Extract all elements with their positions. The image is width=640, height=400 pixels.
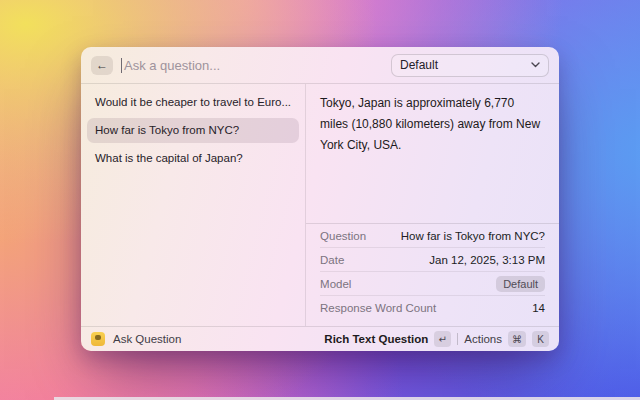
metadata-row-question: Question How far is Tokyo from NYC? <box>320 224 545 248</box>
question-list-item[interactable]: What is the capital of Japan? <box>87 146 299 171</box>
model-dropdown-value: Default <box>400 58 438 72</box>
footer-divider <box>457 333 458 345</box>
metadata-label: Question <box>320 230 366 242</box>
metadata-label: Date <box>320 254 344 266</box>
back-button[interactable]: ← <box>91 56 113 75</box>
question-list: Would it be cheaper to travel to Euro...… <box>81 84 306 326</box>
rich-text-question-button[interactable]: Rich Text Question <box>324 333 428 345</box>
search-placeholder: Ask a question... <box>124 58 220 73</box>
metadata-label: Response Word Count <box>320 302 436 314</box>
action-bar-right: Rich Text Question ↵ Actions ⌘ K <box>324 331 549 347</box>
app-icon-face <box>95 335 101 340</box>
metadata-row-model: Model Default <box>320 272 545 296</box>
back-arrow-icon: ← <box>96 56 108 75</box>
metadata-value: 14 <box>532 302 545 314</box>
actions-button[interactable]: Actions <box>464 333 502 345</box>
question-list-item-selected[interactable]: How far is Tokyo from NYC? <box>87 118 299 143</box>
action-bar: Ask Question Rich Text Question ↵ Action… <box>81 326 559 351</box>
metadata-row-word-count: Response Word Count 14 <box>320 296 545 320</box>
return-key-icon: ↵ <box>434 331 451 347</box>
ask-question-app-icon <box>91 332 105 346</box>
search-bar: ← Ask a question... Default <box>81 47 559 84</box>
question-list-item[interactable]: Would it be cheaper to travel to Euro... <box>87 90 299 115</box>
metadata-panel: Question How far is Tokyo from NYC? Date… <box>306 223 559 326</box>
app-window: ← Ask a question... Default Would it be … <box>81 47 559 351</box>
command-name: Ask Question <box>113 333 181 345</box>
metadata-value: How far is Tokyo from NYC? <box>401 230 545 242</box>
search-input[interactable]: Ask a question... <box>121 58 383 73</box>
answer-text: Tokyo, Japan is approximately 6,770 mile… <box>306 84 559 223</box>
k-key-icon: K <box>532 331 549 347</box>
metadata-label: Model <box>320 278 351 290</box>
metadata-row-date: Date Jan 12, 2025, 3:13 PM <box>320 248 545 272</box>
chevron-down-icon <box>531 62 540 68</box>
desktop-background: ← Ask a question... Default Would it be … <box>0 0 640 400</box>
text-cursor <box>121 58 122 73</box>
command-key-icon: ⌘ <box>508 331 526 347</box>
detail-panel: Tokyo, Japan is approximately 6,770 mile… <box>306 84 559 326</box>
model-dropdown[interactable]: Default <box>391 54 549 77</box>
window-content: Would it be cheaper to travel to Euro...… <box>81 84 559 326</box>
metadata-value: Jan 12, 2025, 3:13 PM <box>429 254 545 266</box>
model-badge: Default <box>496 276 545 292</box>
